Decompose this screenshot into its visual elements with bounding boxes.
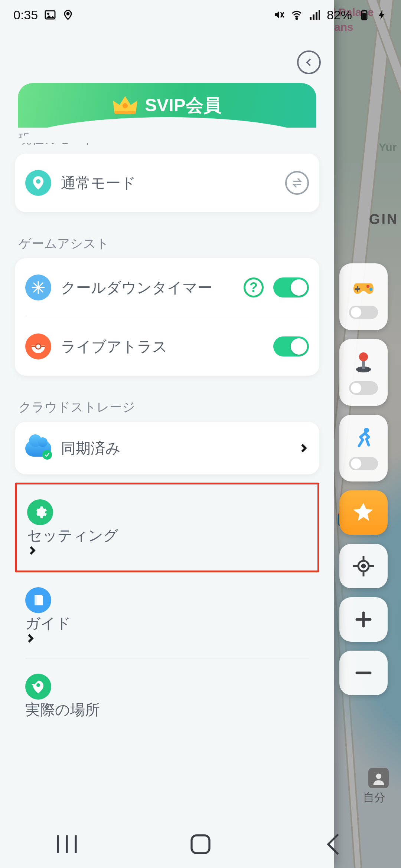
svg-rect-39	[316, 12, 317, 20]
floating-toolbar	[339, 263, 388, 695]
svg-rect-42	[363, 10, 365, 11]
svg-rect-40	[319, 10, 320, 20]
svg-rect-3	[355, 288, 360, 290]
cooldown-label: クールダウンタイマー	[61, 277, 234, 297]
signal-icon	[309, 9, 320, 20]
mini-toggle[interactable]	[349, 457, 378, 470]
section-title-cloud: クラウドストレージ	[19, 399, 316, 416]
svg-rect-29	[35, 595, 37, 605]
game-assist-card: クールダウンタイマー ? ライブアトラス	[15, 258, 319, 376]
recents-icon	[52, 829, 82, 859]
highlight-settings: セッティング	[15, 483, 319, 572]
chevron-right-icon	[25, 633, 36, 644]
pin-icon	[25, 170, 51, 196]
crown-icon	[113, 95, 137, 115]
svg-rect-43	[362, 13, 366, 19]
svg-point-18	[123, 103, 128, 108]
crosshair-icon	[352, 554, 375, 578]
svg-point-1	[369, 288, 372, 291]
joystick-icon	[352, 350, 375, 374]
profile-label: 自分	[363, 790, 385, 805]
guide-row[interactable]: ガイド	[25, 572, 309, 659]
svg-rect-38	[313, 14, 314, 20]
plus-icon	[352, 608, 375, 631]
status-time: 0:35	[13, 8, 38, 22]
cloud-icon	[25, 438, 51, 458]
recent-apps-button[interactable]	[52, 829, 82, 859]
real-location-row[interactable]: 実際の場所	[25, 659, 309, 734]
battery-icon	[359, 9, 370, 20]
svg-rect-19	[114, 111, 136, 114]
settings-row[interactable]: セッティング	[17, 486, 317, 569]
svg-point-6	[359, 352, 368, 361]
svg-point-9	[362, 565, 365, 568]
side-panel: SVIP会員 現在のモード 通常モード ゲームアシスト	[0, 0, 334, 868]
running-icon	[352, 426, 375, 450]
settings-label: セッティング	[27, 527, 118, 543]
gamepad-icon	[352, 274, 375, 298]
svg-rect-47	[192, 835, 209, 853]
svg-point-36	[296, 18, 297, 19]
real-location-label: 実際の場所	[25, 701, 100, 718]
liveatlas-row: ライブアトラス	[25, 317, 309, 376]
location-icon	[62, 9, 74, 20]
snowflake-icon	[25, 274, 51, 300]
svg-point-33	[67, 13, 69, 15]
star-icon	[352, 501, 375, 525]
gamepad-toggle[interactable]	[339, 263, 388, 330]
liveatlas-toggle[interactable]	[273, 336, 309, 356]
joystick-toggle[interactable]	[339, 339, 388, 406]
back-icon	[319, 829, 349, 859]
svg-point-17	[376, 773, 381, 779]
svg-point-0	[366, 285, 369, 288]
favorites-button[interactable]	[339, 490, 388, 535]
svip-banner[interactable]: SVIP会員	[18, 83, 316, 128]
profile-avatar[interactable]	[368, 768, 389, 788]
check-icon	[44, 452, 50, 458]
swap-icon	[290, 176, 304, 190]
zoom-out-button[interactable]	[339, 651, 388, 695]
current-mode-card[interactable]: 通常モード	[15, 154, 319, 212]
collapse-button[interactable]	[297, 50, 321, 74]
person-icon	[372, 772, 385, 785]
pokeball-icon	[25, 333, 51, 359]
svg-point-32	[47, 13, 49, 15]
status-battery-text: 82%	[327, 8, 352, 22]
wifi-icon	[291, 9, 302, 20]
cooldown-row: クールダウンタイマー ?	[25, 258, 309, 317]
chevron-left-icon	[303, 57, 314, 68]
running-toggle[interactable]	[339, 415, 388, 481]
synced-row[interactable]: 同期済み	[25, 422, 309, 474]
svip-title: SVIP会員	[145, 93, 221, 117]
revert-location-icon	[25, 674, 51, 700]
svg-point-20	[36, 179, 40, 184]
minus-icon	[352, 661, 375, 685]
home-icon	[186, 829, 215, 859]
swap-mode-button[interactable]	[285, 171, 309, 195]
guide-label: ガイド	[25, 615, 71, 631]
home-button[interactable]	[186, 829, 215, 859]
cooldown-toggle[interactable]	[273, 277, 309, 297]
cloud-card: 同期済み	[15, 422, 319, 474]
bolt-icon	[376, 9, 388, 20]
mute-icon	[273, 9, 284, 20]
locate-button[interactable]	[339, 544, 388, 588]
zoom-in-button[interactable]	[339, 597, 388, 642]
section-title-game-assist: ゲームアシスト	[19, 235, 316, 252]
back-button[interactable]	[319, 829, 349, 859]
image-icon	[45, 9, 56, 20]
synced-label: 同期済み	[61, 438, 289, 458]
svg-point-28	[36, 344, 41, 349]
gear-icon	[27, 499, 53, 525]
svg-rect-37	[310, 17, 312, 20]
chevron-right-icon	[299, 443, 309, 453]
mini-toggle[interactable]	[349, 306, 378, 319]
current-mode-label: 通常モード	[61, 173, 276, 193]
chevron-right-icon	[27, 545, 38, 556]
android-nav-bar	[0, 821, 401, 868]
mini-toggle[interactable]	[349, 381, 378, 395]
help-button[interactable]: ?	[244, 277, 264, 297]
svg-point-30	[36, 683, 40, 687]
book-icon	[25, 587, 51, 613]
liveatlas-label: ライブアトラス	[61, 336, 264, 356]
